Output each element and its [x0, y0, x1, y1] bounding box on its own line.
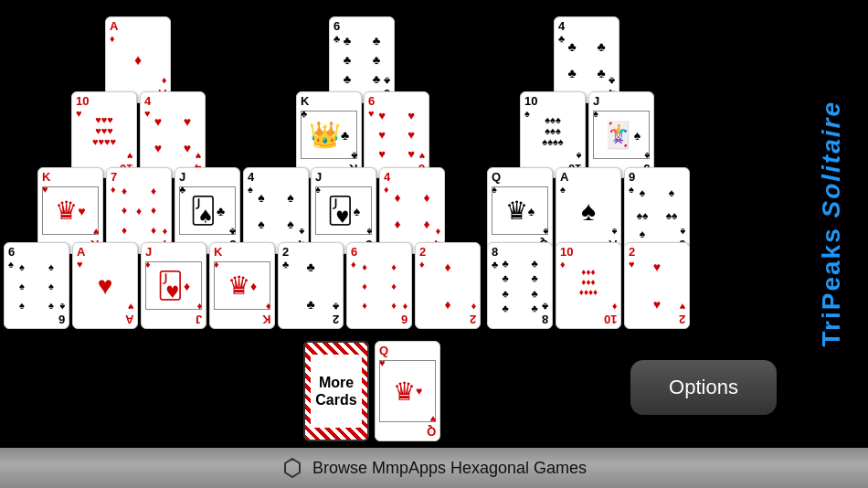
card-4-hearts[interactable]: 4♥ ♥♥ ♥♥ 4♥: [140, 91, 206, 178]
hex-icon: [281, 457, 303, 479]
card-4-clubs[interactable]: 4♣ ♣♣ ♣♣ 4♣: [554, 16, 619, 103]
card-king-clubs[interactable]: K♣ 👑♣ K♣: [296, 91, 362, 178]
card-ace-hearts[interactable]: A♥ ♥ A♥: [72, 242, 138, 329]
card-6-clubs[interactable]: 6♣ ♣♣ ♣♣ ♣♣ 6♣: [329, 16, 395, 103]
card-10-spades[interactable]: 10♠ ♠♠♠♠♠♠♠♠♠♠ 10♠: [520, 91, 586, 178]
card-king-diamonds[interactable]: K♦ ♛♦ K♦: [209, 242, 275, 329]
game-title: TriPeaks Solitaire: [817, 101, 846, 346]
card-2-diamonds[interactable]: 2♦ ♦ ♦ 2♦: [415, 242, 481, 329]
card-king-hearts[interactable]: K♥ ♛♥ K♥: [37, 167, 103, 254]
card-10-hearts[interactable]: 10♥ ♥♥♥♥♥♥♥♥♥♥ 10♥: [71, 91, 137, 178]
options-button[interactable]: Options: [630, 360, 777, 415]
card-7-diamonds[interactable]: 7♦ ♦♦ ♦♦ ♦♦ ♦ 7♦: [106, 167, 172, 254]
card-4-spades[interactable]: 4♠ ♠♠ ♠♠ 4♠: [243, 167, 309, 254]
card-2-clubs[interactable]: 2♣ ♣ ♣ 2♣: [278, 242, 344, 329]
card-6-diamonds[interactable]: 6♦ ♦♦ ♦♦ ♦♦ 6♦: [346, 242, 412, 329]
options-label: Options: [669, 376, 738, 399]
card-4-diamonds[interactable]: 4♦ ♦♦ ♦♦ 4♦: [379, 167, 445, 254]
card-ace-spades[interactable]: A♠ ♠ A♠: [556, 167, 621, 254]
card-9-spades[interactable]: 9♠ ♠♠ ♠♠♠♠ ♠ 9♠: [624, 167, 690, 254]
bottom-bar[interactable]: Browse MmpApps Hexagonal Games: [0, 448, 868, 488]
card-jack-spades[interactable]: J♠ 🃏♠ J♠: [588, 91, 654, 178]
card-6-hearts[interactable]: 6♥ ♥♥ ♥♥ ♥♥ 6♥: [364, 91, 429, 178]
card-jack-diamonds[interactable]: J♦ 🂻♦ J♦: [141, 242, 206, 329]
card-10-diamonds[interactable]: 10♦ ♦♦♦♦♦♦♦♦♦♦ 10♦: [556, 242, 621, 329]
card-queen-spades[interactable]: Q♠ ♛♠ Q♠: [487, 167, 553, 254]
card-ace-diamonds[interactable]: A♦ ♦ A♦: [105, 16, 171, 103]
more-cards-button[interactable]: More Cards: [303, 341, 369, 441]
card-6-spades[interactable]: 6♠ ♠♠ ♠♠ ♠♠ 6♠: [4, 242, 69, 329]
more-cards-label: More Cards: [311, 355, 362, 428]
card-jack-spades-2[interactable]: J♠ 🂻♠ J♠: [311, 167, 376, 254]
card-2-hearts[interactable]: 2♥ ♥ ♥ 2♥: [624, 242, 690, 329]
card-jack-clubs[interactable]: J♣ 🂫♣ J♣: [175, 167, 240, 254]
bottom-bar-text: Browse MmpApps Hexagonal Games: [312, 459, 587, 478]
card-8-clubs[interactable]: 8♣ ♣♣ ♣♣ ♣♣ ♣♣ 8♣: [487, 242, 553, 329]
title-area: TriPeaks Solitaire: [795, 0, 868, 448]
svg-marker-0: [285, 459, 300, 477]
card-queen-hearts[interactable]: Q♥ ♛♥ Q♥: [375, 341, 440, 441]
